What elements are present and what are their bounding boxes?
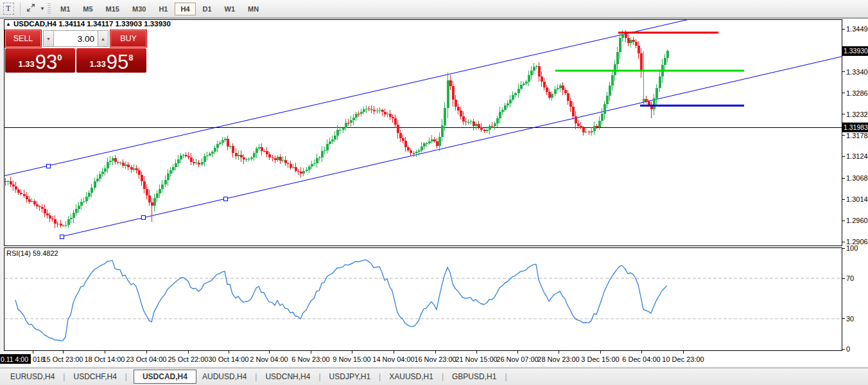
sell-button[interactable]: SELL — [5, 30, 41, 47]
title-symbol: USDCAD,H4 — [13, 20, 56, 28]
tab-separator: | — [505, 372, 507, 381]
timeframe-button-MN[interactable]: MN — [242, 3, 265, 15]
tab-separator: | — [379, 372, 381, 381]
svg-text:18 Oct 14:00: 18 Oct 14:00 — [85, 355, 125, 363]
title-ohlc: 1.34114 1.34117 1.33903 1.33930 — [58, 20, 171, 28]
volume-increase-button[interactable]: ▲ — [98, 30, 108, 47]
svg-text:1.30685: 1.30685 — [846, 174, 868, 182]
svg-text:70: 70 — [846, 274, 854, 282]
svg-text:26 Nov 07:00: 26 Nov 07:00 — [496, 355, 538, 363]
sell-price-big: 93 — [35, 53, 57, 71]
svg-text:100: 100 — [846, 244, 858, 252]
text-label-tool-button[interactable]: T — [2, 2, 15, 16]
svg-text:1.33930: 1.33930 — [844, 47, 868, 55]
svg-text:21 Nov 15:00: 21 Nov 15:00 — [455, 355, 497, 363]
channel-upper-handle[interactable] — [46, 164, 50, 168]
channel-lower-handle[interactable] — [141, 215, 145, 219]
timeframe-button-M15[interactable]: M15 — [100, 3, 125, 15]
tab-separator: | — [255, 372, 257, 381]
sell-price-box[interactable]: 1.33 93 0 — [5, 48, 75, 73]
svg-text:3 Dec 15:00: 3 Dec 15:00 — [581, 355, 619, 363]
tab-audusd-h4[interactable]: AUDUSD,H4 — [198, 370, 250, 383]
buy-price-prefix: 1.33 — [89, 59, 105, 69]
svg-text:1.31240: 1.31240 — [846, 152, 868, 160]
svg-text:28 Nov 23:00: 28 Nov 23:00 — [537, 355, 579, 363]
top-toolbar: T ▼ M1M5M15M30H1H4D1W1MN — [0, 0, 868, 18]
svg-text:25 Oct 22:00: 25 Oct 22:00 — [168, 355, 209, 363]
svg-text:23 Oct 04:00: 23 Oct 04:00 — [126, 355, 167, 363]
rsi-panel-frame — [4, 248, 842, 351]
timeframe-button-D1[interactable]: D1 — [197, 3, 218, 15]
tab-usdchf-h4[interactable]: USDCHF,H4 — [69, 370, 120, 383]
timeframe-toolbar: M1M5M15M30H1H4D1W1MN — [55, 3, 266, 15]
sell-price-sup: 0 — [57, 53, 62, 62]
timeframe-button-M1[interactable]: M1 — [55, 3, 76, 15]
buy-price-box[interactable]: 1.33 95 8 — [76, 48, 146, 73]
tab-eurusd-h4[interactable]: EURUSD,H4 — [6, 370, 58, 383]
text-tool-icon: T — [3, 3, 14, 15]
svg-text:0.11 4:00: 0.11 4:00 — [1, 355, 28, 363]
arrows-dropdown-caret[interactable]: ▼ — [39, 2, 46, 16]
toolbar-grip-handle[interactable] — [48, 3, 51, 15]
timeframe-button-M5[interactable]: M5 — [77, 3, 98, 15]
svg-text:15 Oct 23:00: 15 Oct 23:00 — [43, 355, 83, 363]
timeframe-button-W1[interactable]: W1 — [219, 3, 241, 15]
channel-lower-handle[interactable] — [60, 235, 64, 238]
tab-gbpusd-h1[interactable]: GBPUSD,H1 — [448, 370, 500, 383]
volume-decrease-button[interactable]: ▼ — [43, 30, 54, 47]
buy-button[interactable]: BUY — [110, 30, 146, 47]
arrows-tool-button[interactable] — [23, 2, 39, 16]
timeframe-button-H4[interactable]: H4 — [175, 3, 195, 15]
tab-xauusd-h1[interactable]: XAUUSD,H1 — [385, 370, 437, 383]
svg-text:1.29605: 1.29605 — [846, 217, 868, 224]
tab-usdjpy-h1[interactable]: USDJPY,H1 — [326, 370, 374, 383]
volume-input[interactable]: 3.00 — [54, 30, 98, 47]
svg-text:1.31780: 1.31780 — [846, 132, 868, 139]
sell-price-prefix: 1.33 — [18, 59, 34, 69]
one-click-trading-panel: SELL ▼ 3.00 ▲ BUY 1.33 93 0 1.33 95 8 — [5, 30, 146, 73]
svg-text:0: 0 — [846, 345, 850, 353]
volume-control: ▼ 3.00 ▲ — [43, 30, 108, 47]
svg-text:30 Oct 14:00: 30 Oct 14:00 — [209, 355, 249, 363]
tab-separator: | — [442, 372, 444, 381]
tab-separator: | — [318, 372, 320, 381]
svg-text:16 Nov 23:00: 16 Nov 23:00 — [414, 355, 456, 363]
svg-text:2 Nov 04:00: 2 Nov 04:00 — [250, 355, 288, 363]
toolbar-separator — [20, 3, 21, 15]
tab-usdcnh-h4[interactable]: USDCNH,H4 — [261, 370, 314, 383]
collapse-triangle-icon[interactable]: ▲ — [6, 21, 11, 27]
svg-text:1.32320: 1.32320 — [846, 111, 868, 118]
svg-text:6 Nov 23:00: 6 Nov 23:00 — [291, 355, 329, 363]
chart-symbol-title: ▲ USDCAD,H4 1.34114 1.34117 1.33903 1.33… — [6, 20, 171, 28]
svg-text:1.33400: 1.33400 — [846, 68, 868, 76]
timeframe-button-H1[interactable]: H1 — [153, 3, 173, 15]
svg-text:6 Dec 04:00: 6 Dec 04:00 — [622, 355, 660, 363]
svg-text:10 Dec 23:00: 10 Dec 23:00 — [662, 355, 704, 363]
chart-tabs-bar: EURUSD,H4|USDCHF,H4|USDCAD,H4AUDUSD,H4|U… — [0, 368, 868, 385]
svg-text:30: 30 — [846, 315, 854, 323]
svg-text:1.32860: 1.32860 — [846, 89, 868, 97]
timeframe-button-M30[interactable]: M30 — [126, 3, 152, 15]
svg-text:14 Nov 04:00: 14 Nov 04:00 — [372, 355, 414, 363]
svg-text:1.31983: 1.31983 — [844, 123, 868, 131]
buy-price-sup: 8 — [128, 53, 133, 62]
buy-price-big: 95 — [107, 53, 128, 71]
svg-text:1.34495: 1.34495 — [846, 25, 868, 33]
svg-text:1.30145: 1.30145 — [846, 195, 868, 203]
rsi-indicator-label: RSI(14) 59.4822 — [6, 249, 58, 257]
tab-usdcad-h4[interactable]: USDCAD,H4 — [134, 370, 196, 384]
channel-lower-handle[interactable] — [223, 197, 227, 201]
tab-separator: | — [63, 372, 65, 381]
arrows-icon — [26, 3, 36, 15]
svg-text:9 Nov 15:00: 9 Nov 15:00 — [333, 355, 370, 363]
tab-separator: | — [125, 372, 127, 381]
